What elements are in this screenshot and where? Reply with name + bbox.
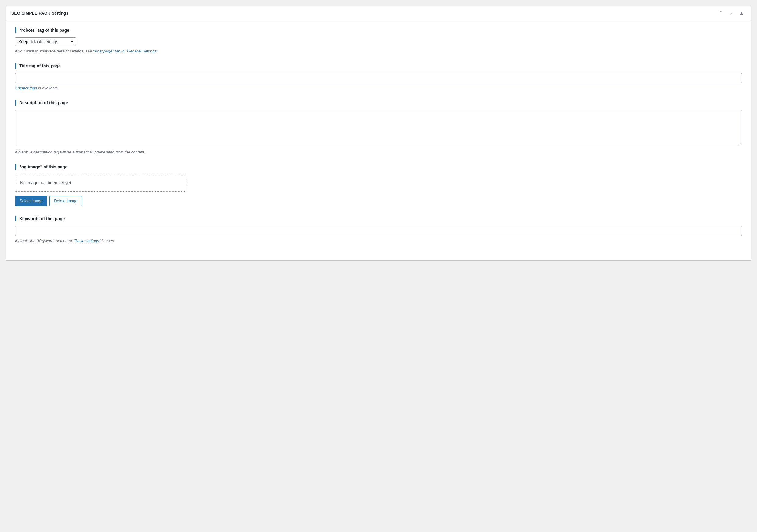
robots-section-label: "robots" tag of this page	[15, 27, 742, 33]
snippet-tags-link[interactable]: Snippet tags	[15, 86, 37, 90]
expand-button[interactable]: ▲	[737, 10, 746, 16]
keywords-section-label: Keywords of this page	[15, 216, 742, 221]
og-image-button-row: Select image Delete image	[15, 196, 742, 206]
robots-general-settings-link[interactable]: "Post page" tab in "General Settings"	[93, 49, 158, 53]
panel-controls: ⌃ ⌄ ▲	[717, 10, 746, 16]
og-image-section-label: "og:image" of this page	[15, 164, 742, 170]
og-image-placeholder: No image has been set yet.	[15, 174, 186, 192]
title-tag-section-label: Title tag of this page	[15, 63, 742, 69]
og-image-placeholder-text: No image has been set yet.	[20, 180, 72, 185]
delete-image-button[interactable]: Delete image	[49, 196, 82, 206]
og-image-section: "og:image" of this page No image has bee…	[15, 164, 742, 206]
collapse-up-button[interactable]: ⌃	[717, 10, 725, 16]
select-image-button[interactable]: Select image	[15, 196, 47, 206]
description-section: Description of this page If blank, a des…	[15, 100, 742, 154]
panel-title: SEO SIMPLE PACK Settings	[11, 11, 68, 15]
robots-select-wrapper: Keep default settings index, follow noin…	[15, 37, 76, 46]
description-section-label: Description of this page	[15, 100, 742, 105]
basic-settings-link[interactable]: "Basic settings"	[73, 238, 101, 243]
panel-header: SEO SIMPLE PACK Settings ⌃ ⌄ ▲	[6, 6, 751, 20]
keywords-input[interactable]	[15, 226, 742, 236]
description-textarea[interactable]	[15, 110, 742, 146]
title-tag-input[interactable]	[15, 73, 742, 83]
seo-settings-panel: SEO SIMPLE PACK Settings ⌃ ⌄ ▲ "robots" …	[6, 6, 751, 261]
robots-section: "robots" tag of this page Keep default s…	[15, 27, 742, 53]
description-help-text: If blank, a description tag will be auto…	[15, 150, 742, 154]
title-tag-section: Title tag of this page Snippet tags is a…	[15, 63, 742, 90]
robots-select[interactable]: Keep default settings index, follow noin…	[15, 37, 76, 46]
keywords-section: Keywords of this page If blank, the "Key…	[15, 216, 742, 243]
collapse-down-button[interactable]: ⌄	[727, 10, 735, 16]
title-tag-help-text: Snippet tags is available.	[15, 86, 742, 90]
robots-help-text: If you want to know the default settings…	[15, 49, 742, 53]
panel-body: "robots" tag of this page Keep default s…	[6, 20, 751, 260]
keywords-help-text: If blank, the "Keyword" setting of "Basi…	[15, 238, 742, 243]
